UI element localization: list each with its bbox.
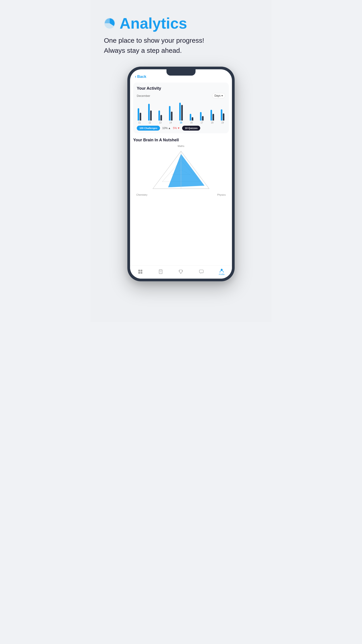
bar-label-18: 18 [211,122,213,124]
page-header: Analytics [104,16,258,31]
phone-mockup: ‹ Back Your Activity December Days ▾ [104,67,258,281]
radar-label-chemistry: Chemistry [136,194,147,196]
percent-down: 5% ▼ [173,126,180,130]
up-arrow-icon: ▲ [168,126,171,130]
bar-12-1 [148,104,150,120]
bar-group-12: 12 [148,103,152,124]
svg-rect-11 [138,272,140,274]
bar-11-2 [140,113,141,120]
svg-rect-10 [141,270,142,272]
dropdown-label: Days [215,94,221,97]
bar-group-13: 13 [158,103,162,124]
svg-rect-19 [199,270,203,273]
bar-chart: 11 12 [137,102,225,124]
svg-marker-4 [168,154,204,188]
bottom-nav: Profile [130,266,232,278]
bar-label-19: 19 [221,122,224,124]
bar-16-2 [192,117,193,120]
bar-18-2 [213,114,214,120]
profile-nav-label: Profile [219,273,225,276]
challenges-badge: 100 Challenges [137,126,160,130]
quizzes-label: Quizzes [188,127,198,130]
quizzes-badge: 10 Quizzes [182,126,200,130]
bar-14-1 [169,106,170,120]
bar-19-2 [223,113,224,120]
bar-18-1 [211,110,212,120]
activity-header: December Days ▾ [137,93,225,98]
bar-label-17: 17 [200,122,203,124]
back-label: Back [137,74,146,79]
quizzes-count: 10 [185,127,187,130]
nav-item-book[interactable] [158,269,164,274]
svg-rect-13 [159,270,162,274]
activity-section: Your Activity December Days ▾ [133,82,229,133]
screen-content: ‹ Back Your Activity December Days ▾ [130,69,232,278]
nav-item-trophy[interactable] [178,269,184,274]
bar-13-2 [160,115,162,120]
percent-down-value: 5% [173,126,177,130]
book-icon [158,269,164,274]
trophy-icon [178,269,184,274]
brain-title: Your Brain In A Nutshell [133,138,229,142]
bar-11-1 [138,108,139,120]
svg-rect-12 [141,272,142,274]
bar-group-14: 14 [169,103,173,124]
profile-icon [219,268,225,273]
bar-group-15: 15 [179,103,183,124]
bar-group-11: 11 [138,103,141,124]
nav-item-profile[interactable]: Profile [219,268,225,276]
radar-chart: Maths Chemistry Physics [133,145,229,196]
analytics-icon [104,18,115,29]
phone-notch [166,69,196,76]
down-arrow-icon: ▼ [177,126,180,130]
phone-outer: ‹ Back Your Activity December Days ▾ [127,67,235,281]
page-wrapper: Analytics One place to show your progres… [90,0,272,322]
bar-group-19: 19 [221,103,224,124]
bar-group-18: 18 [211,103,214,124]
chevron-down-icon: ▾ [221,94,223,97]
bar-label-14: 14 [169,122,172,124]
month-label: December [137,94,150,98]
challenges-count: 100 [139,127,143,130]
bar-14-2 [171,112,173,120]
bar-17-1 [200,112,202,120]
nav-item-chat[interactable] [198,269,204,274]
challenges-label: Challenges [144,127,157,130]
svg-point-20 [221,269,223,270]
activity-title: Your Activity [137,86,225,91]
percent-up-value: 10% [162,126,168,130]
days-dropdown[interactable]: Days ▾ [212,93,225,98]
bar-label-13: 13 [159,122,161,124]
phone-screen: ‹ Back Your Activity December Days ▾ [130,69,232,278]
bar-15-2 [181,105,183,120]
brain-section: Your Brain In A Nutshell Maths Chemistry… [130,136,232,196]
bar-12-2 [150,110,152,120]
bar-label-12: 12 [149,122,151,124]
bar-13-1 [158,110,160,120]
chat-icon [198,269,204,274]
bar-group-17: 17 [200,103,204,124]
bar-16-1 [190,114,191,120]
nav-item-grid[interactable] [137,269,143,274]
radar-label-physics: Physics [217,194,226,196]
bar-17-2 [202,116,204,120]
bar-15-1 [179,103,181,120]
percent-up: 10% ▲ [162,126,171,130]
bar-19-1 [221,109,222,120]
stats-row: 100 Challenges 10% ▲ 5% ▼ [137,126,225,130]
page-title: Analytics [120,16,187,31]
grid-icon [137,269,143,274]
back-chevron-icon: ‹ [135,74,136,79]
bar-label-15: 15 [180,122,182,124]
bar-group-16: 16 [190,103,193,124]
radar-svg [143,147,219,194]
bar-label-16: 16 [190,122,193,124]
bar-label-11: 11 [138,122,141,124]
svg-rect-9 [138,270,140,272]
radar-label-maths: Maths [178,145,184,147]
page-subtitle: One place to show your progress! Always … [104,35,258,56]
